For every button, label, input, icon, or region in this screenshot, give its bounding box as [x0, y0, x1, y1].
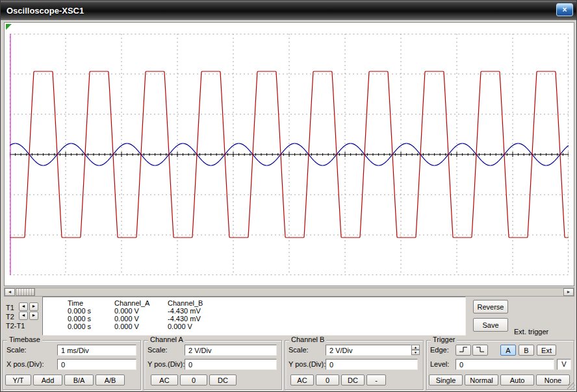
- scrollbar-thumb[interactable]: [16, 288, 35, 296]
- scope-scrollbar[interactable]: ◄ ►: [4, 288, 574, 297]
- falling-edge-icon: [476, 346, 485, 353]
- trigger-normal-button[interactable]: Normal: [465, 374, 498, 386]
- channel-b-scale-input[interactable]: [326, 345, 411, 356]
- t2t1-channel-a-value: 0.000 V: [114, 323, 139, 330]
- trigger-none-button[interactable]: None: [536, 374, 570, 386]
- spin-up-button[interactable]: ▲: [411, 345, 420, 350]
- close-icon: ×: [562, 5, 567, 14]
- left-arrow-icon: ◄: [21, 313, 26, 317]
- trigger-source-a-button[interactable]: A: [500, 345, 516, 356]
- trigger-auto-button[interactable]: Auto: [500, 374, 534, 386]
- channel-b-ypos-input[interactable]: [326, 359, 418, 370]
- t1-channel-b-value: -4.430 mV: [168, 307, 201, 315]
- channel-a-scale-input[interactable]: [185, 345, 277, 356]
- timebase-add-button[interactable]: Add: [33, 374, 62, 386]
- left-arrow-icon: ◄: [21, 304, 26, 308]
- t1-time-value: 0.000 s: [68, 307, 91, 315]
- oscilloscope-window: Oscilloscope-XSC1 × ◄ ► T1 ◄ ► T2 ◄ ► T2…: [0, 0, 577, 392]
- timebase-xpos-label: X pos.(Div):: [6, 360, 44, 368]
- t2-right-arrow-button[interactable]: ►: [29, 312, 38, 320]
- ext-trigger-label: Ext. trigger: [514, 328, 548, 336]
- t2t1-label: T2-T1: [6, 322, 25, 330]
- t2t1-channel-b-value: 0.000 V: [168, 323, 192, 330]
- trigger-edge-rising-button[interactable]: [455, 345, 471, 356]
- trigger-level-unit[interactable]: V: [557, 359, 571, 370]
- down-arrow-icon: ▼: [414, 350, 417, 354]
- trigger-edge-falling-button[interactable]: [472, 345, 488, 356]
- trigger-level-label: Level:: [430, 360, 449, 368]
- t2-label: T2: [6, 313, 14, 321]
- channel-b-zero-button[interactable]: 0: [316, 374, 339, 386]
- trigger-source-ext-button[interactable]: Ext: [537, 345, 556, 356]
- t1-label: T1: [6, 304, 14, 312]
- t1-left-arrow-button[interactable]: ◄: [19, 302, 28, 311]
- t1-channel-a-value: 0.000 V: [114, 307, 139, 315]
- channel-a-title: Channel A: [148, 336, 185, 343]
- t2-time-value: 0.000 s: [68, 315, 91, 323]
- timebase-scale-input[interactable]: [57, 345, 136, 356]
- timebase-scale-label: Scale:: [6, 346, 27, 354]
- channel-b-dc-button[interactable]: DC: [341, 374, 365, 386]
- trigger-group: Trigger Edge: A B Ext Level: V Single No…: [426, 340, 574, 390]
- timebase-ab-button[interactable]: A/B: [96, 374, 125, 386]
- channel-a-header: Channel_A: [114, 299, 149, 307]
- cursor-marker-icon[interactable]: [6, 24, 12, 30]
- channel-b-ypos-label: Y pos.(Div):: [288, 360, 326, 368]
- timebase-yt-button[interactable]: Y/T: [5, 374, 31, 386]
- trigger-title: Trigger: [431, 336, 457, 343]
- channel-a-group: Channel A Scale: Y pos.(Div): AC 0 DC: [144, 340, 282, 390]
- timebase-ba-button[interactable]: B/A: [64, 374, 94, 386]
- trigger-source-b-button[interactable]: B: [519, 345, 534, 356]
- right-arrow-icon: ►: [32, 313, 36, 317]
- reverse-button[interactable]: Reverse: [473, 300, 508, 313]
- scope-display: [4, 22, 574, 286]
- channel-a-scale-label: Scale:: [147, 346, 168, 354]
- channel-b-scale-label: Scale:: [288, 346, 309, 354]
- channel-a-ac-button[interactable]: AC: [151, 374, 178, 386]
- trigger-single-button[interactable]: Single: [429, 374, 463, 386]
- trigger-level-input[interactable]: [455, 359, 554, 370]
- titlebar[interactable]: Oscilloscope-XSC1 ×: [1, 1, 576, 20]
- channel-a-ypos-input[interactable]: [185, 359, 277, 370]
- trigger-edge-label: Edge:: [430, 346, 449, 354]
- channel-b-header: Channel_B: [168, 299, 203, 307]
- channel-b-minus-button[interactable]: -: [366, 374, 386, 386]
- time-header: Time: [68, 299, 83, 307]
- save-button[interactable]: Save: [473, 318, 508, 332]
- channel-a-zero-button[interactable]: 0: [180, 374, 207, 386]
- timebase-title: Timebase: [7, 336, 42, 343]
- waveform-plot: [10, 34, 569, 275]
- t2-channel-a-value: 0.000 V: [114, 315, 139, 323]
- window-title: Oscilloscope-XSC1: [1, 6, 84, 16]
- channel-a-dc-button[interactable]: DC: [209, 374, 237, 386]
- up-arrow-icon: ▲: [414, 345, 417, 349]
- t1-right-arrow-button[interactable]: ►: [29, 302, 38, 311]
- channel-b-group: Channel B Scale: ▲ ▼ Y pos.(Div): AC 0 D…: [285, 340, 424, 390]
- close-button[interactable]: ×: [556, 3, 573, 16]
- spin-down-button[interactable]: ▼: [411, 350, 420, 355]
- channel-b-scale-spinner: ▲ ▼: [411, 345, 420, 356]
- resize-grip[interactable]: [567, 382, 575, 390]
- t2-channel-b-value: -4.430 mV: [168, 315, 201, 323]
- timebase-xpos-input[interactable]: [57, 359, 136, 370]
- right-arrow-icon: ►: [32, 304, 36, 308]
- rising-edge-icon: [459, 346, 468, 353]
- t2t1-time-value: 0.000 s: [68, 323, 91, 330]
- timebase-group: Timebase Scale: X pos.(Div): Y/T Add B/A…: [3, 340, 141, 390]
- channel-b-title: Channel B: [289, 336, 326, 343]
- scroll-right-button[interactable]: ►: [563, 288, 574, 296]
- t2-left-arrow-button[interactable]: ◄: [19, 312, 28, 320]
- channel-b-ac-button[interactable]: AC: [290, 374, 314, 386]
- measurement-readout: Time Channel_A Channel_B 0.000 s 0.000 V…: [42, 297, 466, 336]
- channel-a-ypos-label: Y pos.(Div):: [147, 360, 185, 368]
- scroll-left-button[interactable]: ◄: [5, 288, 15, 296]
